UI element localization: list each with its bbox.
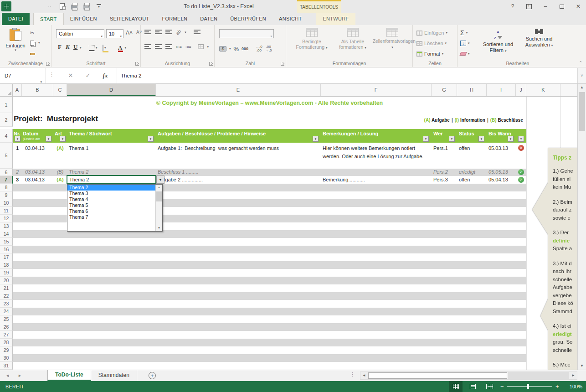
zoom-level[interactable]: 100% <box>564 381 582 392</box>
row-header-6[interactable]: 6 <box>0 169 13 176</box>
fill-color-button[interactable]: ▾ <box>103 43 106 52</box>
column-header-D[interactable]: D <box>67 84 156 96</box>
dropdown-scrollbar[interactable]: ▲ ▼ <box>155 185 162 231</box>
row-header-26[interactable]: 26 <box>0 323 13 331</box>
dropdown-item[interactable]: Thema 2 <box>67 185 156 191</box>
underline-dropdown-icon[interactable]: ▾ <box>80 46 82 50</box>
column-header-G[interactable]: G <box>432 84 457 96</box>
autosum-button[interactable]: Σ▾ <box>460 29 468 37</box>
quick-print-icon[interactable]: ▾ <box>82 2 91 10</box>
row-header-9[interactable]: 9 <box>0 191 13 199</box>
filter-dropdown-icon[interactable]: ▼ <box>46 136 51 142</box>
row-header-11[interactable]: 11 <box>0 207 13 215</box>
filter-dropdown-icon[interactable]: ▼ <box>15 136 21 142</box>
column-header-B[interactable]: B <box>22 84 53 96</box>
align-bottom-icon[interactable] <box>165 30 172 35</box>
row-header-5[interactable]: 5 <box>0 143 13 169</box>
orientation-icon[interactable]: ab <box>175 29 182 36</box>
filter-dropdown-icon[interactable]: ▼ <box>449 136 455 142</box>
scroll-down-icon[interactable]: ▼ <box>578 362 586 370</box>
column-header-C[interactable]: C <box>53 84 67 96</box>
expand-formula-bar-icon[interactable]: ˅ <box>577 68 586 83</box>
borders-button[interactable]: ▾ <box>89 43 98 52</box>
column-header-E[interactable]: E <box>156 84 321 96</box>
row-header-31[interactable]: 31 <box>0 362 13 370</box>
sheet-nav-right-icon[interactable]: ► <box>18 373 22 378</box>
comma-style-icon[interactable]: 000 <box>242 46 248 51</box>
dropdown-item[interactable]: Thema 5 <box>67 202 156 208</box>
font-size-combo[interactable]: 10▾ <box>106 29 123 38</box>
row-header-23[interactable]: 23 <box>0 300 13 308</box>
row-header-7[interactable]: 7 <box>0 176 13 184</box>
increase-decimal-icon[interactable]: ←.0,00 <box>256 45 262 52</box>
ribbon-tab-entwurf[interactable]: ENTWURF <box>316 13 355 25</box>
column-header-A[interactable]: A <box>13 84 22 96</box>
zoom-out-icon[interactable]: − <box>500 381 504 392</box>
row-header-13[interactable]: 13 <box>0 222 13 230</box>
filter-dropdown-icon[interactable]: ▼ <box>60 136 66 142</box>
accounting-format-icon[interactable]: $ <box>219 46 226 52</box>
minimize-icon[interactable]: – <box>540 2 550 11</box>
decrease-indent-icon[interactable]: ⇤≡ <box>176 45 182 49</box>
increase-indent-icon[interactable]: ⇥≡ <box>185 45 191 49</box>
ribbon-tab-start[interactable]: START <box>33 13 64 25</box>
clipboard-dialog-launcher-icon[interactable] <box>46 62 50 66</box>
percent-style-icon[interactable]: % <box>234 46 239 52</box>
bold-button[interactable]: F <box>58 43 62 52</box>
close-icon[interactable]: ✕ <box>573 2 583 11</box>
italic-button[interactable]: K <box>66 43 70 52</box>
delete-cells-button[interactable]: Löschen▾ <box>416 39 447 47</box>
sheet-tab-stammdaten[interactable]: Stammdaten <box>91 370 137 381</box>
scroll-left-icon[interactable]: ◄ <box>360 372 368 379</box>
scrollbar-thumb[interactable] <box>579 92 585 131</box>
print-preview-icon[interactable] <box>58 2 66 10</box>
align-center-icon[interactable] <box>155 44 162 49</box>
page-break-view-icon[interactable] <box>483 381 496 392</box>
excel-app-icon[interactable] <box>1 1 11 11</box>
column-header-H[interactable]: H <box>457 84 487 96</box>
selected-cell-d7[interactable]: Thema 2 <box>67 175 156 184</box>
align-middle-icon[interactable] <box>155 30 162 35</box>
row-header-4[interactable]: 4 <box>0 129 13 143</box>
grow-font-icon[interactable]: A˄ <box>126 30 133 36</box>
column-header-J[interactable]: J <box>516 84 526 96</box>
row-header-22[interactable]: 22 <box>0 292 13 300</box>
ribbon-tab-datei[interactable]: DATEI <box>2 13 30 25</box>
align-left-icon[interactable] <box>144 44 151 49</box>
alignment-dialog-launcher-icon[interactable] <box>209 62 213 66</box>
filter-dropdown-icon[interactable]: ▼ <box>148 136 154 142</box>
horizontal-scrollbar[interactable]: ◄ ► <box>360 371 577 380</box>
decrease-decimal-icon[interactable]: .00→,0 <box>265 45 272 52</box>
format-cells-button[interactable]: Format▾ <box>416 50 443 58</box>
row-header-27[interactable]: 27 <box>0 331 13 339</box>
name-box[interactable]: D7▾ <box>0 68 46 83</box>
row-header-29[interactable]: 29 <box>0 346 13 354</box>
ribbon-tab-daten[interactable]: DATEN <box>194 13 224 25</box>
font-color-button[interactable]: A▾ <box>118 43 126 52</box>
row-header-8[interactable]: 8 <box>0 184 13 191</box>
find-select-button[interactable]: Suchen und Auswählen ▾ <box>520 29 558 48</box>
row-header-14[interactable]: 14 <box>0 230 13 238</box>
format-painter-button[interactable] <box>30 50 48 58</box>
collapse-ribbon-icon[interactable]: ⌃ <box>579 61 582 65</box>
dropdown-item[interactable]: Thema 6 <box>67 208 156 214</box>
ribbon-tab-seitenlayout[interactable]: SEITENLAYOUT <box>103 13 156 25</box>
sort-filter-button[interactable]: AZ Sortieren und Filtern ▾ <box>478 29 519 54</box>
number-format-combo[interactable]: ▾ <box>219 29 274 38</box>
dropdown-item[interactable]: Thema 3 <box>67 191 156 196</box>
ribbon-tab-überprüfen[interactable]: ÜBERPRÜFEN <box>224 13 272 25</box>
customize-qat-icon[interactable]: ▾ <box>95 2 103 10</box>
scroll-down-icon[interactable]: ▼ <box>156 225 162 231</box>
fill-button[interactable]: ↓▾ <box>460 39 470 47</box>
ribbon-tab-formeln[interactable]: FORMELN <box>155 13 194 25</box>
row-header-19[interactable]: 19 <box>0 269 13 277</box>
ribbon-tab-einfügen[interactable]: EINFÜGEN <box>64 13 103 25</box>
insert-function-icon[interactable]: fx <box>98 68 112 83</box>
conditional-formatting-button[interactable]: Bedingte Formatierung ▾ <box>292 28 332 51</box>
insert-cells-button[interactable]: Einfügen▾ <box>416 29 447 37</box>
wrap-text-icon[interactable] <box>194 30 200 35</box>
row-header-16[interactable]: 16 <box>0 246 13 253</box>
align-top-icon[interactable] <box>144 30 151 35</box>
zoom-slider[interactable] <box>507 386 552 387</box>
filter-dropdown-icon[interactable]: ▼ <box>313 136 319 142</box>
